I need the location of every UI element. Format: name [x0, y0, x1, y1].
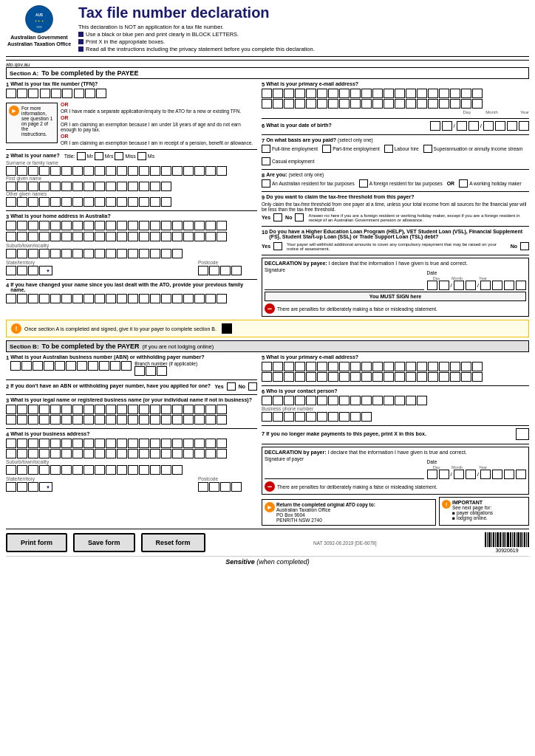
bph-3[interactable]: [284, 412, 294, 422]
fn-4[interactable]: [39, 182, 50, 191]
tfn-box-4[interactable]: [40, 89, 50, 98]
pn-5[interactable]: [50, 294, 61, 303]
sub-13[interactable]: [139, 249, 149, 258]
on-8[interactable]: [84, 197, 94, 207]
dob-year-1[interactable]: [483, 121, 494, 131]
surname-box-3[interactable]: [28, 166, 38, 176]
sub-4[interactable]: [39, 249, 50, 258]
q9-no-box[interactable]: [295, 213, 304, 221]
be2-18[interactable]: [450, 372, 460, 382]
be1-10[interactable]: [361, 362, 372, 371]
al2-2[interactable]: [17, 232, 27, 241]
bn1-15[interactable]: [161, 405, 171, 414]
ba1-17[interactable]: [183, 439, 194, 448]
surname-box-1[interactable]: [6, 166, 16, 176]
ba1-16[interactable]: [172, 439, 183, 448]
pn-16[interactable]: [172, 294, 183, 303]
be2-14[interactable]: [406, 372, 416, 382]
em2-4[interactable]: [295, 99, 305, 109]
on-10[interactable]: [106, 197, 116, 207]
ba2-13[interactable]: [139, 449, 149, 458]
b-state-3[interactable]: [28, 482, 38, 492]
al1-18[interactable]: [194, 221, 205, 230]
bn1-5[interactable]: [50, 405, 61, 414]
surname-box-4[interactable]: [39, 166, 50, 176]
ba2-16[interactable]: [172, 449, 183, 458]
be1-2[interactable]: [273, 362, 283, 371]
ba2-5[interactable]: [50, 449, 61, 458]
al1-13[interactable]: [139, 221, 149, 230]
bn1-14[interactable]: [150, 405, 160, 414]
ba2-4[interactable]: [39, 449, 50, 458]
surname-box-5[interactable]: [50, 166, 61, 176]
bcp-15[interactable]: [417, 396, 427, 405]
pn-10[interactable]: [106, 294, 116, 303]
be1-6[interactable]: [317, 362, 327, 371]
bn2-1[interactable]: [6, 415, 16, 425]
be1-13[interactable]: [395, 362, 405, 371]
be1-17[interactable]: [439, 362, 449, 371]
tfn-box-6[interactable]: [62, 89, 72, 98]
ba2-1[interactable]: [6, 449, 16, 458]
print-form-button[interactable]: Print form: [6, 533, 67, 552]
title-miss-box[interactable]: [115, 152, 123, 160]
bcp-1[interactable]: [262, 396, 272, 405]
abn-1[interactable]: [10, 361, 21, 371]
em1-1[interactable]: [262, 89, 272, 98]
em1-2[interactable]: [273, 89, 283, 98]
bs-13[interactable]: [139, 465, 149, 475]
bs-11[interactable]: [117, 465, 127, 475]
fn-1[interactable]: [6, 182, 16, 191]
abn-2[interactable]: [21, 361, 32, 371]
ba2-18[interactable]: [194, 449, 205, 458]
bs-5[interactable]: [50, 465, 61, 475]
em2-2[interactable]: [273, 99, 283, 109]
surname-box-2[interactable]: [17, 166, 27, 176]
em1-9[interactable]: [350, 89, 361, 98]
ba1-12[interactable]: [128, 439, 138, 448]
bph-10[interactable]: [361, 412, 372, 422]
bph-4[interactable]: [295, 412, 305, 422]
b-date-d1[interactable]: [427, 470, 437, 479]
bcp-10[interactable]: [361, 396, 372, 405]
ba2-6[interactable]: [61, 449, 72, 458]
pn-2[interactable]: [17, 294, 27, 303]
q10-yes-box[interactable]: [273, 242, 282, 250]
tfn-box-1[interactable]: [6, 89, 16, 98]
em2-18[interactable]: [450, 99, 460, 109]
pn-3[interactable]: [28, 294, 38, 303]
fn-13[interactable]: [139, 182, 149, 191]
abn-3[interactable]: [33, 361, 43, 371]
q7-opt-super-box[interactable]: [423, 145, 432, 153]
ba1-11[interactable]: [117, 439, 127, 448]
b-date-y3[interactable]: [504, 470, 514, 479]
em1-6[interactable]: [317, 89, 327, 98]
dob-year-2[interactable]: [495, 121, 505, 131]
pn-4[interactable]: [39, 294, 50, 303]
bn1-10[interactable]: [106, 405, 116, 414]
b-sig-line[interactable]: [265, 463, 424, 479]
be2-16[interactable]: [428, 372, 438, 382]
on-9[interactable]: [95, 197, 105, 207]
bs-3[interactable]: [28, 465, 38, 475]
bn2-3[interactable]: [28, 415, 38, 425]
q8-opt-aus-box[interactable]: [262, 179, 270, 188]
pn-12[interactable]: [128, 294, 138, 303]
on-2[interactable]: [17, 197, 27, 207]
dob-day-2[interactable]: [442, 121, 452, 131]
bpc-1[interactable]: [198, 482, 208, 492]
a-date-m2[interactable]: [466, 281, 476, 290]
surname-box-19[interactable]: [205, 166, 216, 176]
sub-15[interactable]: [161, 249, 171, 258]
be1-3[interactable]: [284, 362, 294, 371]
tfn-box-7[interactable]: [74, 89, 84, 98]
em2-1[interactable]: [262, 99, 272, 109]
bcp-4[interactable]: [295, 396, 305, 405]
q9-yes-box[interactable]: [273, 213, 282, 221]
em1-20[interactable]: [472, 89, 483, 98]
em1-18[interactable]: [450, 89, 460, 98]
bcp-3[interactable]: [284, 396, 294, 405]
bph-5[interactable]: [306, 412, 316, 422]
em2-20[interactable]: [472, 99, 483, 109]
fn-8[interactable]: [84, 182, 94, 191]
